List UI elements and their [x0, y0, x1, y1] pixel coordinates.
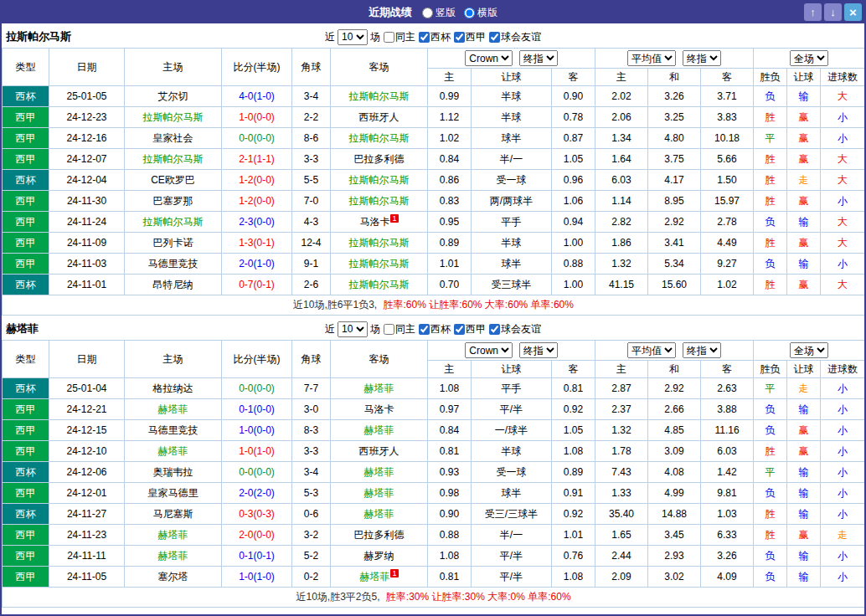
panel-title: 近期战绩: [369, 5, 412, 20]
league-cup-checkbox[interactable]: [419, 324, 430, 335]
match-count-select[interactable]: 10: [338, 29, 368, 45]
corners-cell: 5-5: [292, 170, 331, 191]
league-liga-checkbox[interactable]: [454, 32, 465, 43]
league-badge: 西杯: [3, 275, 49, 295]
avg-home-odds-cell: 35.40: [595, 504, 648, 525]
league-cup-label: 西杯: [430, 30, 451, 44]
same-home-option[interactable]: 同主: [384, 30, 415, 44]
league-liga-option[interactable]: 西甲: [454, 30, 486, 44]
same-home-checkbox[interactable]: [384, 32, 394, 43]
away-team-cell: 巴拉多利德: [331, 149, 428, 170]
avg-type-select[interactable]: 终指: [683, 342, 721, 358]
odds-type-select[interactable]: 终指: [519, 50, 558, 66]
avg-draw-odds-cell: 3.02: [648, 567, 701, 588]
win-loss-cell: 负: [754, 399, 787, 420]
team-section-las-palmas: 拉斯帕尔马斯 近 10 场 同主 西杯 西甲: [2, 26, 864, 316]
avg-draw-odds-cell: 2.92: [648, 212, 701, 233]
home-team-cell: 赫塔菲: [125, 546, 222, 567]
avg-home-odds-cell: 1.78: [595, 441, 648, 462]
layout-vertical-option[interactable]: 竖版: [422, 6, 456, 20]
league-cup-option[interactable]: 西杯: [419, 30, 451, 44]
avg-type-select[interactable]: 终指: [683, 50, 721, 66]
win-loss-cell: 胜: [754, 275, 787, 295]
layout-horizontal-option[interactable]: 横版: [464, 6, 497, 20]
goals-result-cell: 小: [821, 441, 865, 462]
layout-horizontal-radio[interactable]: [464, 8, 475, 18]
same-home-checkbox[interactable]: [384, 324, 394, 335]
home-team-cell: 格拉纳达: [125, 378, 222, 399]
home-team-cell: 巴列卡诺: [125, 233, 222, 254]
handicap-result-cell: 输: [787, 212, 821, 233]
up-arrow-icon: ↑: [810, 6, 816, 18]
avg-home-odds-cell: 1.86: [595, 233, 648, 254]
filter-bar: 近 10 场 同主 西杯 西甲 球会友谊: [325, 321, 541, 337]
asian-away-odds-cell: 1.05: [552, 149, 595, 170]
match-count-select[interactable]: 10: [338, 321, 368, 337]
league-friendly-checkbox[interactable]: [489, 32, 500, 43]
league-friendly-checkbox[interactable]: [489, 324, 500, 335]
league-cup-checkbox[interactable]: [419, 32, 430, 43]
odds-source-select[interactable]: Crown: [465, 50, 513, 66]
handicap-line-cell: 两/两球半: [472, 191, 552, 212]
league-friendly-option[interactable]: 球会友谊: [489, 322, 541, 336]
avg-draw-odds-cell: 15.60: [648, 275, 701, 295]
layout-vertical-radio[interactable]: [422, 8, 433, 18]
league-liga-checkbox[interactable]: [454, 324, 465, 335]
corners-cell: 5-3: [292, 483, 331, 504]
away-team-cell: 赫塔菲: [331, 504, 428, 525]
avg-home-odds-cell: 2.82: [595, 212, 648, 233]
league-friendly-label: 球会友谊: [501, 322, 541, 336]
odds-source-select[interactable]: Crown: [465, 342, 513, 358]
league-cup-option[interactable]: 西杯: [419, 322, 451, 336]
close-button[interactable]: ×: [844, 3, 862, 21]
away-team-cell: 赫塔菲: [331, 462, 428, 483]
col-score: 比分(半场): [222, 341, 292, 378]
date-cell: 24-11-30: [49, 191, 125, 212]
handicap-line-cell: 球半: [472, 128, 552, 149]
league-liga-option[interactable]: 西甲: [454, 322, 486, 336]
asian-home-odds-cell: 1.12: [428, 107, 472, 128]
handicap-result-cell: 赢: [787, 420, 821, 441]
score-cell: 1-2(0-0): [222, 170, 292, 191]
asian-home-odds-cell: 0.84: [428, 149, 472, 170]
asian-home-odds-cell: 0.97: [428, 399, 472, 420]
home-team-cell: 艾尔切: [125, 86, 222, 107]
score-cell: 2-0(2-0): [222, 483, 292, 504]
sub-col-handicap-result: 让球: [787, 361, 821, 378]
avg-away-odds-cell: 1.02: [701, 275, 754, 295]
score-cell: 0-7(0-1): [222, 275, 292, 295]
odds-type-select[interactable]: 终指: [519, 342, 558, 358]
handicap-result-cell: 赢: [787, 525, 821, 546]
move-up-button[interactable]: ↑: [804, 3, 822, 21]
league-badge: 西甲: [3, 149, 49, 170]
move-down-button[interactable]: ↓: [824, 3, 842, 21]
score-cell: 1-0(1-0): [222, 441, 292, 462]
corners-cell: 3-3: [292, 441, 331, 462]
col-home: 主场: [125, 49, 222, 86]
col-type: 类型: [3, 49, 49, 86]
league-friendly-option[interactable]: 球会友谊: [489, 30, 541, 44]
titlebar: 近期战绩 竖版 横版 ↑ ↓ ×: [2, 2, 864, 23]
avg-source-select[interactable]: 平均值: [627, 342, 676, 358]
asian-away-odds-cell: 0.91: [552, 483, 595, 504]
avg-source-select[interactable]: 平均值: [627, 50, 676, 66]
league-cup-label: 西杯: [430, 322, 451, 336]
summary-stats: 胜率:30% 让胜率:30% 大率:0% 单率:60%: [386, 591, 571, 603]
score-cell: 1-3(0-1): [222, 233, 292, 254]
avg-away-odds-cell: 15.97: [701, 191, 754, 212]
avg-draw-odds-cell: 14.88: [648, 504, 701, 525]
filter-bar: 近 10 场 同主 西杯 西甲 球会友谊: [325, 29, 541, 45]
match-row: 西杯24-12-04CE欧罗巴1-2(0-0)5-5拉斯帕尔马斯0.86受一球0…: [3, 170, 865, 191]
scope-select[interactable]: 全场: [790, 342, 828, 358]
same-home-option[interactable]: 同主: [384, 322, 415, 336]
match-row: 西杯24-11-01昂特尼纳0-7(0-1)2-6拉斯帕尔马斯0.70受三球半1…: [3, 275, 865, 295]
date-cell: 24-12-04: [49, 170, 125, 191]
score-cell: 0-0(0-0): [222, 462, 292, 483]
scope-select[interactable]: 全场: [790, 50, 828, 66]
away-team-cell: 赫罗纳: [331, 546, 428, 567]
asian-home-odds-cell: 1.08: [428, 378, 472, 399]
win-loss-cell: 胜: [754, 525, 787, 546]
handicap-line-cell: 球半: [472, 483, 552, 504]
avg-home-odds-cell: 2.09: [595, 567, 648, 588]
col-away: 客场: [331, 49, 428, 86]
